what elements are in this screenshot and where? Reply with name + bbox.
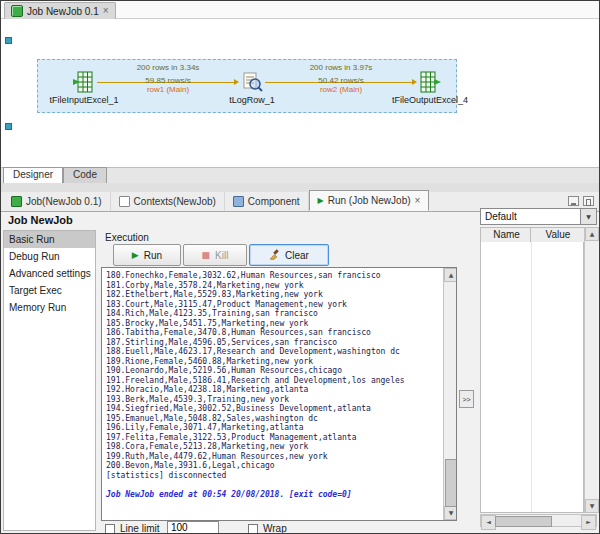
nav-item-advanced-settings[interactable]: Advanced settings <box>4 265 95 282</box>
execution-console[interactable]: 180.Fonechko,Female,3032.62,Human Resour… <box>101 267 457 521</box>
scroll-right-icon[interactable]: ► <box>581 515 596 530</box>
nav-item-basic-run[interactable]: Basic Run <box>4 231 95 248</box>
component-label[interactable]: tFileOutputExcel_4 <box>380 95 480 105</box>
row1-stats: 200 rows in 3.34s <box>98 63 238 72</box>
kill-button[interactable]: ■ Kill <box>183 244 247 266</box>
row1-rate: 59.85 rows/s <box>98 76 238 85</box>
context-vertical-scrollbar[interactable]: ▲ ▼ <box>584 227 597 513</box>
row2-rate: 50.42 rows/s <box>266 76 416 85</box>
tab-designer[interactable]: Designer <box>3 167 63 183</box>
tab-label: Contexts(NewJob) <box>134 196 216 207</box>
hscroll-thumb[interactable] <box>495 516 552 527</box>
wrap-checkbox[interactable] <box>248 524 258 534</box>
expand-panel-button[interactable]: >> <box>459 390 474 408</box>
play-icon: ▶ <box>132 250 139 260</box>
tab-label: Run (Job NewJob) <box>328 195 411 206</box>
job-ended-message: Job NewJob ended at 00:54 20/08/2018. [e… <box>106 490 352 500</box>
close-icon[interactable]: × <box>415 196 421 206</box>
context-horizontal-scrollbar[interactable]: ◄ ► <box>480 514 597 527</box>
stop-icon: ■ <box>202 250 211 260</box>
tab-job[interactable]: Job(NewJob 0.1) <box>3 192 111 211</box>
palette-marker-icon[interactable] <box>5 37 12 44</box>
console-output: 180.Fonechko,Female,3032.62,Human Resour… <box>106 271 440 480</box>
minimize-panel-icon[interactable] <box>568 196 579 206</box>
scroll-up-icon[interactable]: ▲ <box>585 227 599 241</box>
editor-tabbar: Job NewJob 0.1 × <box>1 1 599 19</box>
editor-tab-label: Job NewJob 0.1 <box>27 6 99 17</box>
tab-run[interactable]: ▶ Run (Job NewJob) × <box>309 190 430 211</box>
dropdown-value: Default <box>485 210 517 224</box>
component-label[interactable]: tLogRow_1 <box>212 95 292 105</box>
tfileinputexcel-component-icon[interactable] <box>73 71 95 93</box>
execution-label: Execution <box>105 232 149 243</box>
row1-label[interactable]: row1 (Main) <box>98 85 238 94</box>
tab-label: Job(NewJob 0.1) <box>26 196 102 207</box>
contexts-tab-icon <box>119 196 130 207</box>
job-icon <box>11 5 23 17</box>
panel-sash[interactable] <box>1 183 599 192</box>
nav-item-debug-run[interactable]: Debug Run <box>4 248 95 265</box>
console-scrollbar[interactable]: ▲ ▼ <box>443 268 456 520</box>
talend-studio-window: Job NewJob 0.1 × 200 rows in 3.34s 59.85… <box>0 0 600 534</box>
wrap-label: Wrap <box>263 523 287 534</box>
nav-item-memory-run[interactable]: Memory Run <box>4 299 95 316</box>
context-table-body[interactable] <box>480 242 584 513</box>
maximize-panel-icon[interactable] <box>583 196 594 206</box>
context-preset-dropdown[interactable]: Default ▼ <box>480 208 597 225</box>
run-tab-icon: ▶ <box>318 196 324 205</box>
job-tab-icon <box>11 196 22 207</box>
tab-label: Component <box>248 196 300 207</box>
line-limit-input[interactable] <box>167 521 219 534</box>
row2-label[interactable]: row2 (Main) <box>266 85 416 94</box>
chevron-down-icon[interactable]: ▼ <box>580 209 596 224</box>
close-icon[interactable]: × <box>103 6 109 16</box>
scroll-down-icon[interactable]: ▼ <box>585 499 599 513</box>
palette-marker-icon[interactable] <box>5 123 12 130</box>
clear-icon <box>269 249 280 262</box>
clear-button[interactable]: Clear <box>249 244 329 266</box>
tab-code[interactable]: Code <box>63 167 107 183</box>
scroll-up-icon[interactable]: ▲ <box>444 268 457 282</box>
scroll-left-icon[interactable]: ◄ <box>481 515 496 530</box>
component-label[interactable]: tFileInputExcel_1 <box>34 95 134 105</box>
line-limit-checkbox[interactable] <box>105 524 115 534</box>
design-canvas[interactable]: 200 rows in 3.34s 59.85 rows/s row1 (Mai… <box>1 19 599 167</box>
view-tabbar: Designer Code <box>1 167 599 183</box>
tab-component[interactable]: Component <box>225 192 309 211</box>
component-tab-icon <box>233 196 244 207</box>
console-scrollbar-thumb[interactable] <box>445 459 457 507</box>
page-title: Job NewJob <box>8 214 73 226</box>
run-nav: Basic Run Debug Run Advanced settings Ta… <box>3 230 96 531</box>
line-limit-label: Line limit <box>120 523 159 534</box>
tlogrow-component-icon[interactable] <box>241 71 263 93</box>
row2-stats: 200 rows in 3.97s <box>266 63 416 72</box>
tab-contexts[interactable]: Contexts(NewJob) <box>111 192 225 211</box>
nav-item-target-exec[interactable]: Target Exec <box>4 282 95 299</box>
column-divider <box>531 242 532 512</box>
editor-tab-job-newjob[interactable]: Job NewJob 0.1 × <box>4 2 116 19</box>
scroll-down-icon[interactable]: ▼ <box>444 506 457 520</box>
tfileoutputexcel-component-icon[interactable] <box>419 71 441 93</box>
run-button[interactable]: ▶ Run <box>113 244 181 266</box>
